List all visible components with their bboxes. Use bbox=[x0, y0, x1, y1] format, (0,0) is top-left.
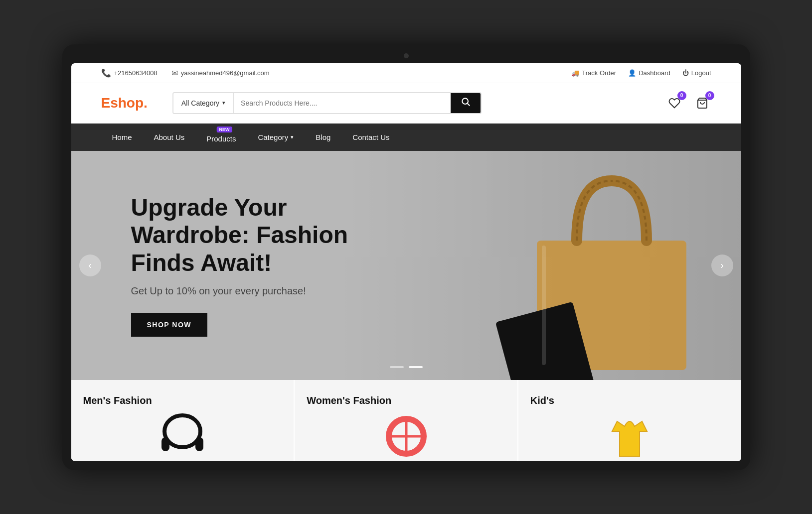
svg-rect-5 bbox=[542, 246, 546, 365]
logo-text: Eshop bbox=[101, 95, 144, 111]
header: Eshop. All Category ▾ bbox=[71, 83, 741, 124]
shop-now-button[interactable]: SHOP NOW bbox=[131, 313, 208, 337]
track-order-link[interactable]: 🚚 Track Order bbox=[571, 69, 616, 77]
logout-icon: ⏻ bbox=[682, 69, 689, 77]
email-address: yassineahmed496@gmail.com bbox=[181, 69, 270, 77]
search-input[interactable] bbox=[234, 93, 451, 113]
nav-item-contact[interactable]: Contact Us bbox=[341, 125, 400, 149]
search-icon bbox=[461, 97, 471, 109]
category-womens[interactable]: Women's Fashion bbox=[295, 380, 518, 461]
womens-title: Women's Fashion bbox=[307, 395, 505, 406]
category-kids[interactable]: Kid's bbox=[518, 380, 741, 461]
navbar: Home About Us NEW Products Category ▾ Bl… bbox=[71, 124, 741, 151]
category-label: All Category bbox=[181, 99, 219, 107]
slider-prev-button[interactable]: ‹ bbox=[79, 255, 101, 276]
screen: 📞 +21650634008 ✉ yassineahmed496@gmail.c… bbox=[71, 63, 741, 461]
dashboard-label: Dashboard bbox=[639, 69, 670, 77]
wishlist-badge: 0 bbox=[677, 91, 686, 100]
nav-item-home[interactable]: Home bbox=[101, 125, 143, 149]
nav-category-label: Category bbox=[258, 133, 288, 141]
user-icon: 👤 bbox=[628, 69, 636, 77]
top-bar-left: 📞 +21650634008 ✉ yassineahmed496@gmail.c… bbox=[101, 68, 270, 78]
truck-icon: 🚚 bbox=[571, 69, 579, 77]
slider-dot-2[interactable] bbox=[409, 366, 423, 368]
nav-products-label: Products bbox=[206, 134, 236, 143]
logout-link[interactable]: ⏻ Logout bbox=[682, 69, 711, 77]
category-dropdown[interactable]: All Category ▾ bbox=[173, 93, 234, 113]
nav-item-blog[interactable]: Blog bbox=[305, 125, 341, 149]
svg-line-1 bbox=[468, 104, 470, 106]
cart-badge: 0 bbox=[705, 91, 714, 100]
email-info: ✉ yassineahmed496@gmail.com bbox=[171, 68, 270, 78]
kids-image bbox=[530, 411, 729, 461]
search-button[interactable] bbox=[451, 93, 481, 113]
header-icons: 0 0 bbox=[665, 94, 711, 112]
logo[interactable]: Eshop. bbox=[101, 95, 148, 111]
chevron-down-icon: ▾ bbox=[222, 100, 225, 106]
nav-home-label: Home bbox=[112, 133, 132, 141]
logout-label: Logout bbox=[691, 69, 711, 77]
hero-bag-image bbox=[372, 151, 741, 380]
mens-image bbox=[83, 411, 282, 461]
kids-title: Kid's bbox=[530, 395, 729, 406]
products-new-badge: NEW bbox=[217, 127, 232, 132]
device-frame: 📞 +21650634008 ✉ yassineahmed496@gmail.c… bbox=[62, 44, 750, 470]
svg-point-0 bbox=[462, 98, 468, 104]
hero-subtitle: Get Up to 10% on your every purchase! bbox=[131, 285, 370, 297]
top-bar: 📞 +21650634008 ✉ yassineahmed496@gmail.c… bbox=[71, 63, 741, 83]
category-mens[interactable]: Men's Fashion bbox=[71, 380, 295, 461]
category-chevron-icon: ▾ bbox=[291, 134, 294, 140]
slider-next-button[interactable]: › bbox=[711, 255, 733, 276]
phone-number: +21650634008 bbox=[114, 69, 158, 77]
track-order-label: Track Order bbox=[582, 69, 616, 77]
phone-info: 📞 +21650634008 bbox=[101, 68, 158, 78]
svg-rect-7 bbox=[162, 437, 169, 451]
categories-section: Men's Fashion Women's Fashion bbox=[71, 380, 741, 461]
search-bar: All Category ▾ bbox=[172, 92, 482, 114]
nav-about-label: About Us bbox=[154, 133, 185, 141]
mens-title: Men's Fashion bbox=[83, 395, 282, 406]
hero-content: Upgrade Your Wardrobe: Fashion Finds Awa… bbox=[71, 194, 370, 337]
slider-dots bbox=[390, 366, 423, 368]
nav-contact-label: Contact Us bbox=[352, 133, 389, 141]
slider-dot-1[interactable] bbox=[390, 366, 404, 368]
cart-button[interactable]: 0 bbox=[693, 94, 711, 112]
phone-icon: 📞 bbox=[101, 68, 111, 78]
dashboard-link[interactable]: 👤 Dashboard bbox=[628, 69, 670, 77]
nav-item-about[interactable]: About Us bbox=[143, 125, 196, 149]
womens-image bbox=[307, 411, 505, 461]
nav-item-category[interactable]: Category ▾ bbox=[247, 125, 305, 149]
mail-icon: ✉ bbox=[171, 68, 178, 78]
logo-dot: . bbox=[144, 95, 148, 111]
svg-point-6 bbox=[164, 415, 200, 447]
hero-title: Upgrade Your Wardrobe: Fashion Finds Awa… bbox=[131, 194, 370, 276]
nav-item-products[interactable]: NEW Products bbox=[195, 124, 247, 151]
wishlist-button[interactable]: 0 bbox=[665, 94, 683, 112]
nav-blog-label: Blog bbox=[316, 133, 330, 141]
top-bar-right: 🚚 Track Order 👤 Dashboard ⏻ Logout bbox=[571, 69, 711, 77]
hero-slider: Upgrade Your Wardrobe: Fashion Finds Awa… bbox=[71, 151, 741, 380]
camera bbox=[404, 53, 409, 58]
svg-rect-8 bbox=[195, 437, 203, 451]
